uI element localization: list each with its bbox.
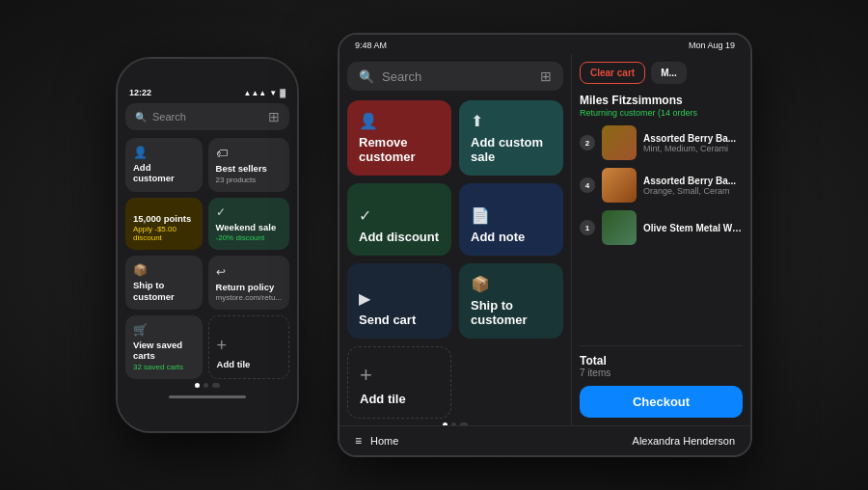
phone-search-icon: 🔍	[135, 112, 147, 122]
saved-carts-label: View saved carts	[133, 340, 195, 362]
dot-2	[203, 383, 208, 388]
tablet-sidebar: Clear cart M... Miles Fitzsimmons Return…	[572, 54, 750, 425]
weekend-sale-label: Weekend sale	[216, 222, 282, 232]
phone-tile-best-sellers[interactable]: 🏷 Best sellers 23 products	[208, 138, 289, 192]
cart-item-name-3: Olive Stem Metal Wreath	[643, 223, 743, 233]
send-cart-label: Send cart	[359, 313, 440, 327]
cart-item-info-2: Assorted Berry Ba... Orange, Small, Cera…	[643, 176, 743, 196]
add-note-icon: 📄	[471, 206, 552, 225]
add-discount-icon: ✓	[359, 206, 440, 225]
cart-item-image-3	[602, 210, 637, 245]
phone-status-bar: 12:22 ▲▲▲ ▼ ▓	[125, 88, 289, 103]
phone-notch	[169, 59, 246, 82]
more-button[interactable]: M...	[651, 62, 687, 84]
tablet-tile-add-note[interactable]: 📄 Add note	[459, 183, 563, 256]
tablet-user-name: Alexandra Henderson	[633, 435, 735, 447]
points-label: 15,000 points	[133, 213, 195, 224]
phone-dots	[125, 379, 289, 392]
best-sellers-icon: 🏷	[216, 147, 282, 160]
tablet-tile-add-custom-sale[interactable]: ⬆ Add custom sale	[459, 100, 563, 176]
sidebar-total: Total 7 items Checkout	[580, 345, 743, 418]
total-items: 7 items	[580, 368, 743, 378]
tablet-device: 9:48 AM Mon Aug 19 🔍 Search ⊞ 👤 Remove c…	[338, 33, 752, 457]
cart-items-list: 2 Assorted Berry Ba... Mint, Medium, Cer…	[580, 125, 743, 338]
tablet-tile-send-cart[interactable]: ▶ Send cart	[347, 263, 451, 339]
tablet-tile-add-discount[interactable]: ✓ Add discount	[347, 183, 451, 256]
best-sellers-sub: 23 products	[216, 176, 282, 184]
tablet-search-text: Search	[382, 69, 532, 84]
return-icon: ↩	[216, 265, 282, 279]
dot-1	[195, 383, 200, 388]
scene: 12:22 ▲▲▲ ▼ ▓ 🔍 Search ⊞ 👤 Add customer …	[0, 0, 868, 490]
tablet-main: 🔍 Search ⊞ 👤 Remove customer ⬆ Add custo…	[339, 54, 572, 425]
phone-tile-points[interactable]: 15,000 points Apply -$5.00 discount	[125, 198, 203, 250]
cart-item-info-3: Olive Stem Metal Wreath	[643, 223, 743, 233]
cart-item-badge-3: 1	[580, 220, 595, 235]
phone-home-indicator	[169, 395, 246, 398]
ship-to-customer-icon: 📦	[471, 275, 552, 293]
tablet-add-label: Add tile	[360, 392, 439, 406]
tablet-date: Mon Aug 19	[689, 41, 735, 50]
phone-screen: 12:22 ▲▲▲ ▼ ▓ 🔍 Search ⊞ 👤 Add customer …	[118, 59, 297, 431]
tablet-home-nav[interactable]: ≡ Home	[355, 434, 398, 448]
home-label: Home	[370, 435, 398, 447]
cart-item-badge-2: 4	[580, 177, 595, 193]
remove-customer-label: Remove customer	[359, 135, 440, 164]
cart-item-name-1: Assorted Berry Ba...	[643, 133, 743, 144]
best-sellers-label: Best sellers	[216, 163, 282, 174]
tablet-grid-icon: ⊞	[540, 68, 552, 84]
tablet-search-bar[interactable]: 🔍 Search ⊞	[347, 62, 563, 91]
phone-tile-saved-carts[interactable]: 🛒 View saved carts 32 saved carts	[125, 315, 203, 379]
ship-to-customer-label: Ship to customer	[471, 298, 552, 327]
tablet-tile-ship-to-customer[interactable]: 📦 Ship to customer	[459, 263, 563, 339]
phone-tile-return[interactable]: ↩ Return policy mystore.com/retu...	[208, 256, 289, 310]
add-tile-label: Add tile	[217, 359, 281, 369]
phone-search-bar[interactable]: 🔍 Search ⊞	[125, 103, 289, 130]
phone-tile-add[interactable]: + Add tile	[208, 315, 289, 379]
clear-cart-button[interactable]: Clear cart	[580, 62, 645, 84]
return-sub: mystore.com/retu...	[216, 293, 282, 302]
tablet-tile-remove-customer[interactable]: 👤 Remove customer	[347, 100, 451, 176]
tablet-tile-add[interactable]: + Add tile	[347, 346, 451, 419]
ship-label: Ship to customer	[133, 280, 195, 302]
ship-icon: 📦	[133, 263, 195, 277]
tablet-content: 🔍 Search ⊞ 👤 Remove customer ⬆ Add custo…	[339, 54, 750, 425]
tablet-bottom-bar: ≡ Home Alexandra Henderson	[339, 425, 750, 455]
add-tile-plus-icon: +	[217, 336, 281, 356]
phone-tile-ship[interactable]: 📦 Ship to customer	[125, 256, 203, 310]
sidebar-action-buttons: Clear cart M...	[580, 62, 743, 84]
phone-grid-icon: ⊞	[268, 109, 280, 124]
battery-icon: ▓	[280, 89, 285, 97]
home-menu-icon: ≡	[355, 434, 362, 448]
cart-item-3: 1 Olive Stem Metal Wreath	[580, 210, 743, 245]
dot-3	[212, 383, 220, 388]
send-cart-icon: ▶	[359, 289, 440, 308]
saved-carts-icon: 🛒	[133, 323, 195, 337]
phone-time: 12:22	[129, 88, 151, 97]
points-sub: Apply -$5.00 discount	[133, 225, 195, 242]
cart-item-badge-1: 2	[580, 135, 595, 150]
phone-tile-grid: 👤 Add customer 🏷 Best sellers 23 product…	[125, 138, 289, 379]
add-customer-icon: 👤	[133, 146, 195, 159]
cart-item-sub-2: Orange, Small, Ceram	[643, 186, 743, 196]
add-custom-sale-label: Add custom sale	[471, 135, 552, 164]
customer-name: Miles Fitzsimmons	[580, 94, 743, 107]
checkout-button[interactable]: Checkout	[580, 386, 743, 418]
cart-item-sub-1: Mint, Medium, Cerami	[643, 144, 743, 153]
tablet-tile-grid: 👤 Remove customer ⬆ Add custom sale ✓ Ad…	[347, 100, 563, 419]
tablet-dots	[347, 419, 563, 425]
cart-item-image-2	[602, 168, 637, 203]
tablet-search-icon: 🔍	[359, 69, 374, 84]
phone-tile-weekend-sale[interactable]: ✓ Weekend sale -20% discount	[208, 198, 289, 250]
total-label: Total	[580, 354, 743, 368]
tablet-status-bar: 9:48 AM Mon Aug 19	[339, 35, 750, 54]
phone-tile-add-customer[interactable]: 👤 Add customer	[125, 138, 203, 192]
weekend-sale-icon: ✓	[216, 205, 282, 219]
add-note-label: Add note	[471, 230, 552, 244]
phone-device: 12:22 ▲▲▲ ▼ ▓ 🔍 Search ⊞ 👤 Add customer …	[116, 57, 299, 433]
add-discount-label: Add discount	[359, 230, 440, 244]
add-customer-label: Add customer	[133, 162, 195, 184]
cart-item-2: 4 Assorted Berry Ba... Orange, Small, Ce…	[580, 168, 743, 203]
cart-item: 2 Assorted Berry Ba... Mint, Medium, Cer…	[580, 125, 743, 160]
cart-item-image-1	[602, 125, 637, 160]
